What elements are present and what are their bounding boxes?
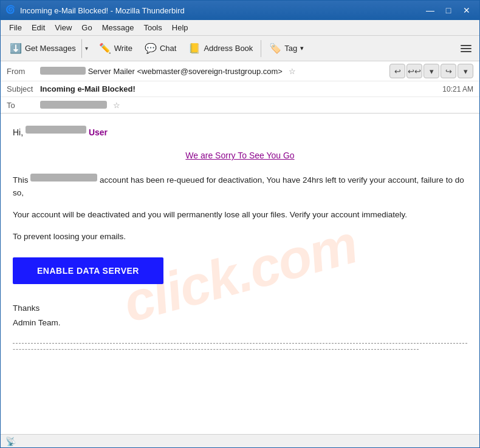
status-icon: 📡 <box>5 436 16 446</box>
greeting: Hi, User <box>13 126 467 139</box>
address-book-icon: 📒 <box>188 42 201 54</box>
address-book-button[interactable]: 📒 Address Book <box>183 39 258 58</box>
window-title: Incoming e-Mail Blocked! - Mozilla Thund… <box>20 6 185 15</box>
from-email: Server Mailer <webmaster@sovereign-trust… <box>88 67 283 76</box>
email-content: Hi, User We are Sorry To See You Go This… <box>13 126 467 355</box>
greeting-suffix: User <box>86 127 108 137</box>
title-bar-controls: — □ ✕ <box>422 4 475 17</box>
close-button[interactable]: ✕ <box>459 4 475 17</box>
title-bar-left: 🌀 Incoming e-Mail Blocked! - Mozilla Thu… <box>5 5 185 16</box>
hamburger-line-3 <box>461 51 471 52</box>
tag-arrow-icon: ▾ <box>300 44 304 52</box>
to-row: To ☆ <box>1 97 479 113</box>
get-messages-button[interactable]: ⬇️ Get Messages <box>4 39 81 58</box>
title-bar: 🌀 Incoming e-Mail Blocked! - Mozilla Thu… <box>1 1 479 20</box>
get-messages-icon: ⬇️ <box>10 42 22 54</box>
menu-tools[interactable]: Tools <box>139 22 166 33</box>
email-separator: ----------------------------------------… <box>13 343 467 355</box>
menu-view[interactable]: View <box>50 22 77 33</box>
para3: To prevent loosing your emails. <box>13 230 467 243</box>
chat-button[interactable]: 💬 Chat <box>139 39 182 58</box>
sign-off: Thanks Admin Team. <box>13 301 467 331</box>
chat-label: Chat <box>160 44 176 53</box>
para2: Your account will be deactivated and you… <box>13 208 467 222</box>
tag-label: Tag <box>284 44 297 53</box>
chat-icon: 💬 <box>145 42 157 54</box>
to-label: To <box>7 101 40 110</box>
from-blurred <box>40 67 86 75</box>
minimize-button[interactable]: — <box>422 4 438 17</box>
write-icon: ✏️ <box>99 42 111 54</box>
para1-blurred <box>30 174 97 182</box>
subject-value: Incoming e-Mail Blocked! <box>40 84 442 93</box>
to-star-icon[interactable]: ☆ <box>113 101 120 110</box>
forward-button[interactable]: ↪ <box>441 64 456 78</box>
greeting-blurred <box>26 126 86 134</box>
hamburger-menu-button[interactable] <box>456 39 476 58</box>
sign-off-line1: Thanks <box>13 301 467 316</box>
status-bar: 📡 <box>1 434 479 447</box>
back-button[interactable]: ↩ <box>389 64 405 78</box>
from-value: Server Mailer <webmaster@sovereign-trust… <box>40 67 383 76</box>
down-button[interactable]: ▾ <box>423 64 439 78</box>
get-messages-label: Get Messages <box>25 44 76 53</box>
navigation-buttons: ↩ ↩↩ ▾ ↪ ▾ <box>389 64 473 78</box>
hamburger-line-2 <box>461 48 471 49</box>
write-button[interactable]: ✏️ Write <box>94 39 138 58</box>
maximize-button[interactable]: □ <box>441 4 456 17</box>
toolbar-divider <box>261 40 261 57</box>
address-book-label: Address Book <box>204 44 253 53</box>
reply-all-button[interactable]: ↩↩ <box>406 64 422 78</box>
menu-bar: File Edit View Go Message Tools Help <box>1 20 479 36</box>
menu-file[interactable]: File <box>4 22 27 33</box>
email-body: click.com Hi, User We are Sorry To See Y… <box>1 114 479 434</box>
menu-message[interactable]: Message <box>97 22 139 33</box>
subject-row: Subject Incoming e-Mail Blocked! 10:21 A… <box>1 81 479 97</box>
para1: This account has been re-queued for deac… <box>13 174 467 200</box>
to-value: ☆ <box>40 101 473 110</box>
from-star-icon[interactable]: ☆ <box>289 67 296 76</box>
email-header: From Server Mailer <webmaster@sovereign-… <box>1 61 479 114</box>
get-messages-dropdown[interactable]: ▾ <box>81 39 92 58</box>
enable-data-server-button[interactable]: ENABLE DATA SERVER <box>13 257 163 284</box>
write-label: Write <box>114 44 132 53</box>
get-messages-group: ⬇️ Get Messages ▾ <box>4 39 92 58</box>
tag-icon: 🏷️ <box>269 42 281 54</box>
toolbar: ⬇️ Get Messages ▾ ✏️ Write 💬 Chat 📒 Addr… <box>1 36 479 61</box>
to-blurred <box>40 101 107 109</box>
from-row: From Server Mailer <webmaster@sovereign-… <box>1 61 479 81</box>
more-button[interactable]: ▾ <box>458 64 473 78</box>
tag-button[interactable]: 🏷️ Tag ▾ <box>264 39 309 58</box>
email-time: 10:21 AM <box>442 85 473 93</box>
app-icon: 🌀 <box>5 5 16 16</box>
menu-edit[interactable]: Edit <box>27 22 50 33</box>
subject-label: Subject <box>7 84 40 93</box>
hamburger-line-1 <box>461 45 471 46</box>
main-window: 🌀 Incoming e-Mail Blocked! - Mozilla Thu… <box>0 0 480 448</box>
menu-help[interactable]: Help <box>167 22 193 33</box>
menu-go[interactable]: Go <box>77 22 97 33</box>
sign-off-line2: Admin Team. <box>13 316 467 330</box>
sorry-link[interactable]: We are Sorry To See You Go <box>13 149 467 162</box>
from-label: From <box>7 67 40 76</box>
